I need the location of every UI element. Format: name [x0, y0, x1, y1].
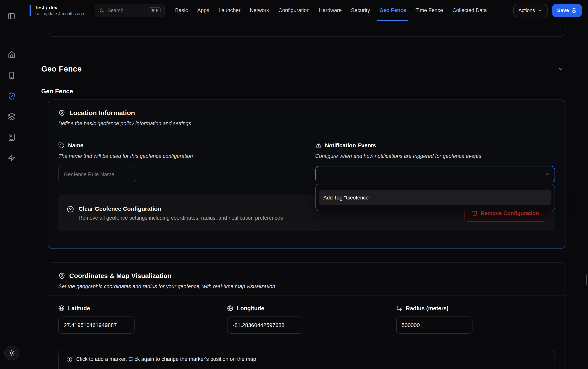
coordinates-card-subtitle: Set the geographic coordinates and radiu…	[58, 283, 555, 289]
alert-triangle-icon	[315, 142, 321, 149]
map-pin-icon	[58, 110, 65, 117]
search-placeholder: Search	[107, 7, 123, 13]
latitude-field-group: Latitude	[58, 305, 217, 334]
sidebar-item-security-policies[interactable]	[8, 92, 15, 100]
search-shortcut-badge: ⌘ F	[149, 7, 161, 13]
chevron-down-icon	[557, 66, 564, 72]
home-icon	[8, 51, 15, 59]
notification-events-select[interactable]	[315, 166, 555, 182]
location-card-subtitle: Define the basic geofence policy informa…	[58, 121, 555, 126]
map-pin-icon	[58, 273, 65, 280]
sidebar-item-organization[interactable]	[8, 133, 15, 141]
actions-button-label: Actions	[518, 7, 535, 13]
clear-geofence-title: Clear Geofence Configuration	[79, 205, 283, 212]
notification-events-description: Configure when and how notifications are…	[315, 153, 555, 159]
topbar-nav: Basic Apps Launcher Network Configuratio…	[170, 0, 491, 20]
profile-last-update: Last update 4 months ago	[35, 11, 84, 16]
app-root: Test / dev Last update 4 months ago Sear…	[0, 0, 588, 369]
radius-input[interactable]	[396, 317, 472, 334]
sidebar-item-layers[interactable]	[8, 113, 15, 121]
tab-basic[interactable]: Basic	[170, 0, 193, 20]
smartphone-icon	[8, 72, 15, 79]
subsection-title: Geo Fence	[41, 88, 564, 95]
tab-collected-data[interactable]: Collected Data	[448, 0, 492, 20]
longitude-label-row: Longitude	[227, 305, 386, 311]
coordinates-card-title-row: Coordinates & Map Visualization	[58, 272, 555, 280]
name-field-description: The name that will be used for this geof…	[58, 153, 298, 159]
longitude-field-group: Longitude	[227, 305, 386, 334]
latitude-label: Latitude	[68, 305, 90, 311]
profile-title-block: Test / dev Last update 4 months ago	[30, 5, 84, 16]
location-card-header: Location Information Define the basic ge…	[48, 100, 565, 126]
coordinates-fields: Latitude Longitude	[48, 296, 565, 334]
location-fields: Name The name that will be used for this…	[48, 133, 565, 182]
notification-events-combobox-wrap: Add Tag "Geofence"	[315, 166, 555, 182]
notification-events-label-row: Notification Events	[315, 142, 555, 149]
panel-left-icon	[8, 12, 15, 20]
coordinates-card-header: Coordinates & Map Visualization Set the …	[48, 263, 565, 289]
name-field-label: Name	[68, 142, 83, 149]
section-title: Geo Fence	[41, 64, 82, 73]
arrows-left-right-icon	[396, 305, 402, 311]
search-input[interactable]: Search ⌘ F	[95, 4, 165, 17]
shield-check-icon	[571, 8, 577, 13]
theme-toggle-button[interactable]	[4, 346, 19, 360]
building-icon	[8, 133, 15, 141]
name-field-group: Name The name that will be used for this…	[58, 142, 298, 182]
profile-title: Test / dev	[35, 5, 84, 10]
coordinates-map-card: Coordinates & Map Visualization Set the …	[48, 262, 566, 369]
map-hint-box: Click to add a marker. Click again to ch…	[58, 350, 555, 369]
location-information-card: Location Information Define the basic ge…	[48, 100, 566, 249]
section-divider	[41, 79, 564, 79]
section-collapse-button[interactable]	[557, 66, 564, 72]
name-field-label-row: Name	[58, 142, 298, 149]
search-icon	[99, 8, 105, 13]
save-button-label: Save	[557, 7, 569, 13]
chevron-up-icon	[545, 172, 550, 177]
tab-network[interactable]: Network	[245, 0, 274, 20]
tab-geo-fence[interactable]: Geo Fence	[375, 0, 411, 20]
clear-geofence-text-block: Clear Geofence Configuration Remove all …	[67, 205, 283, 221]
sidebar-nav	[8, 51, 15, 162]
chevron-down-icon	[537, 8, 542, 13]
tab-hardware[interactable]: Hardware	[314, 0, 346, 20]
radius-field-group: Radius (meters)	[396, 305, 555, 334]
layers-icon	[8, 113, 15, 121]
radius-label-row: Radius (meters)	[396, 305, 555, 311]
tab-security[interactable]: Security	[346, 0, 375, 20]
coordinates-card-title: Coordinates & Map Visualization	[69, 272, 172, 280]
zap-icon	[8, 154, 15, 162]
sun-icon	[8, 349, 15, 357]
info-icon	[66, 357, 72, 362]
radius-label: Radius (meters)	[406, 305, 448, 311]
tab-apps[interactable]: Apps	[193, 0, 214, 20]
tab-launcher[interactable]: Launcher	[214, 0, 245, 20]
dropdown-item-add-tag-geofence[interactable]: Add Tag "Geofence"	[319, 190, 551, 205]
save-button[interactable]: Save	[552, 4, 582, 17]
longitude-label: Longitude	[237, 305, 264, 311]
tab-configuration[interactable]: Configuration	[274, 0, 314, 20]
sidebar-toggle-button[interactable]	[8, 12, 15, 20]
latitude-input[interactable]	[58, 317, 134, 334]
tab-time-fence[interactable]: Time Fence	[411, 0, 448, 20]
actions-button[interactable]: Actions	[513, 4, 547, 17]
section-header: Geo Fence	[41, 64, 564, 73]
sidebar-item-automation[interactable]	[8, 154, 15, 162]
location-card-title: Location Information	[69, 109, 135, 117]
sidebar-item-home[interactable]	[8, 51, 15, 59]
main-content: Geo Fence Geo Fence Location Information…	[23, 21, 588, 369]
notification-events-dropdown: Add Tag "Geofence"	[315, 184, 555, 211]
previous-card-partial	[48, 21, 566, 37]
longitude-input[interactable]	[227, 317, 304, 334]
notification-events-group: Notification Events Configure when and h…	[315, 142, 555, 182]
location-card-title-row: Location Information	[58, 109, 555, 117]
latitude-label-row: Latitude	[58, 305, 217, 311]
geofence-name-input[interactable]	[58, 166, 136, 182]
scrollbar-thumb[interactable]	[586, 275, 587, 285]
sidebar-item-devices[interactable]	[8, 72, 15, 79]
shield-check-icon	[8, 92, 15, 100]
clear-geofence-description: Remove all geofence settings including c…	[79, 215, 283, 221]
clear-geofence-texts: Clear Geofence Configuration Remove all …	[79, 205, 283, 221]
topbar: Test / dev Last update 4 months ago Sear…	[23, 0, 588, 21]
tag-icon	[58, 142, 64, 149]
